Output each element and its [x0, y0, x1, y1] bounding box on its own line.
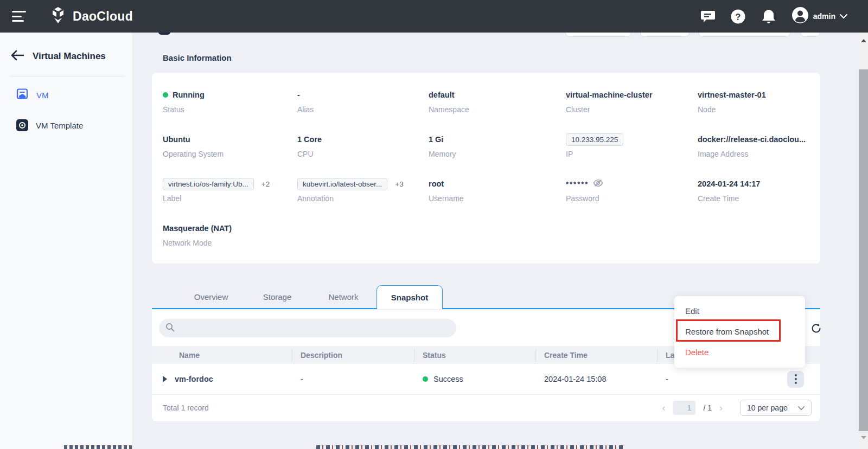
total-records-label: Total 1 record	[163, 403, 209, 412]
success-status-dot	[423, 376, 428, 382]
snapshot-create-time: 2024-01-24 15:08	[535, 375, 657, 383]
prev-page-icon[interactable]: ‹	[662, 403, 665, 413]
chevron-down-icon	[798, 403, 805, 412]
field-status: Running Status	[163, 89, 297, 114]
main-content: Basic Information Running Status - Alias…	[133, 33, 859, 449]
field-cpu: 1 Core CPU	[297, 133, 429, 158]
sidebar-item-label: VM	[36, 91, 49, 100]
snapshot-status: Success	[414, 375, 535, 383]
field-annotation: kubevirt.io/latest-obser...+3 Annotation	[297, 178, 429, 203]
tab-snapshot[interactable]: Snapshot	[376, 285, 443, 309]
tab-network[interactable]: Network	[310, 285, 376, 308]
snapshot-search-input[interactable]	[159, 319, 456, 337]
vertical-scrollbar[interactable]	[859, 33, 868, 449]
message-icon[interactable]	[700, 9, 716, 24]
notification-bell-icon[interactable]	[761, 9, 776, 24]
row-expand-icon[interactable]	[163, 376, 167, 382]
ip-chip[interactable]: 10.233.95.225	[566, 133, 623, 146]
brand-logo[interactable]: DaoCloud	[49, 6, 133, 27]
field-cluster: virtual-machine-cluster Cluster	[566, 89, 698, 114]
brand-name: DaoCloud	[73, 9, 133, 24]
annotation-more-count[interactable]: +3	[395, 180, 403, 188]
header-actions: ? admin	[700, 7, 847, 26]
page-size-select[interactable]: 10 per page	[740, 400, 812, 416]
app-window: DaoCloud ? admin	[0, 0, 868, 449]
field-namespace: default Namespace	[429, 89, 566, 114]
annotation-chip[interactable]: kubevirt.io/latest-obser...	[297, 178, 387, 190]
search-icon	[165, 323, 175, 334]
table-row[interactable]: vm-fordoc - Success 2024-01-24 15:08 -	[152, 364, 820, 395]
row-actions-context-menu: Edit Restore from Snapshot Delete	[674, 296, 805, 368]
field-ip: 10.233.95.225 IP	[566, 133, 698, 158]
help-icon[interactable]: ?	[731, 9, 746, 24]
menu-item-delete[interactable]: Delete	[674, 342, 805, 362]
avatar-icon	[792, 7, 809, 26]
refresh-icon[interactable]	[809, 322, 822, 335]
page-number-input[interactable]	[673, 401, 695, 415]
menu-item-restore-from-snapshot[interactable]: Restore from Snapshot	[674, 321, 805, 342]
field-password: ****** Password	[566, 178, 698, 203]
sidebar: Virtual Machines VM VM Template	[0, 33, 133, 449]
basic-information-title: Basic Information	[163, 53, 232, 62]
sidebar-header: Virtual Machines	[0, 33, 132, 63]
sidebar-clipped-content	[64, 445, 132, 449]
tab-overview[interactable]: Overview	[178, 285, 244, 308]
sidebar-item-label: VM Template	[36, 121, 83, 130]
hamburger-menu-icon[interactable]	[12, 11, 27, 22]
clipped-bottom-content	[316, 445, 623, 449]
column-description[interactable]: Description	[292, 351, 414, 360]
column-name[interactable]: Name	[152, 351, 292, 360]
field-username: root Username	[429, 178, 566, 203]
field-image-address: docker://release-ci.daoclou... Image Add…	[698, 133, 809, 158]
column-create-time[interactable]: Create Time	[535, 351, 657, 360]
tab-storage[interactable]: Storage	[244, 285, 310, 308]
pagination: ‹ / 1 › 10 per page	[662, 400, 812, 416]
snapshot-name: vm-fordoc	[175, 375, 213, 383]
running-status-dot	[163, 92, 168, 98]
sidebar-item-vm[interactable]: VM	[0, 80, 132, 111]
scrollbar-thumb[interactable]	[859, 69, 868, 431]
sidebar-divider	[10, 76, 125, 76]
vm-template-icon	[16, 119, 28, 131]
snapshot-description: -	[292, 375, 414, 383]
user-menu[interactable]: admin	[792, 7, 847, 26]
sidebar-title: Virtual Machines	[33, 51, 106, 62]
field-memory: 1 Gi Memory	[429, 133, 566, 158]
page-total-label: / 1	[703, 403, 712, 412]
label-more-count[interactable]: +2	[261, 180, 270, 188]
snapshot-last-value: -	[666, 375, 668, 383]
menu-item-edit[interactable]: Edit	[674, 300, 805, 321]
scrollbar-up-arrow[interactable]	[859, 36, 868, 46]
eye-off-icon[interactable]	[593, 179, 603, 189]
field-alias: - Alias	[297, 89, 429, 114]
svg-text:?: ?	[736, 12, 741, 21]
row-actions-kebab-button[interactable]	[787, 371, 804, 388]
scrollbar-down-arrow[interactable]	[859, 433, 868, 442]
basic-information-card: Running Status - Alias default Namespace…	[152, 73, 820, 264]
field-create-time: 2024-01-24 14:17 Create Time	[698, 178, 809, 203]
field-label: virtnest.io/os-family:Ub...+2 Label	[163, 178, 297, 203]
field-node: virtnest-master-01 Node	[698, 89, 809, 114]
field-network-mode: Masquerade (NAT) Network Mode	[163, 222, 297, 247]
chevron-down-icon	[840, 11, 847, 21]
daocloud-cube-icon	[49, 6, 67, 27]
table-footer: Total 1 record ‹ / 1 › 10 per page	[152, 395, 820, 421]
label-chip[interactable]: virtnest.io/os-family:Ub...	[163, 178, 254, 190]
top-header: DaoCloud ? admin	[0, 0, 868, 33]
back-arrow-icon[interactable]	[11, 50, 24, 63]
next-page-icon[interactable]: ›	[719, 403, 723, 413]
field-operating-system: Ubuntu Operating System	[163, 133, 297, 158]
column-status[interactable]: Status	[414, 351, 535, 360]
username-label: admin	[813, 12, 835, 21]
sidebar-item-vm-template[interactable]: VM Template	[0, 111, 132, 140]
vm-icon	[16, 88, 29, 102]
